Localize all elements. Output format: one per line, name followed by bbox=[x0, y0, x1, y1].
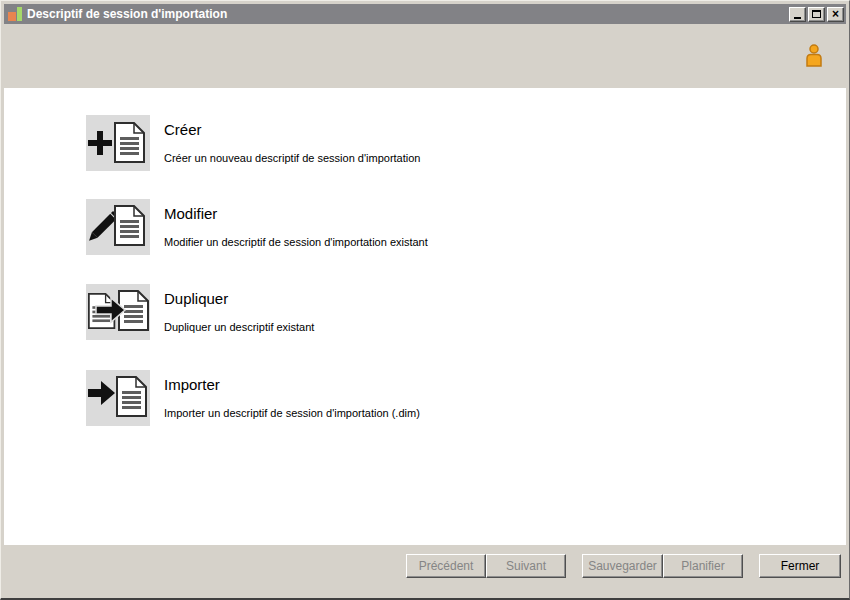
minimize-button[interactable] bbox=[789, 7, 806, 22]
footer-button-bar: Précédent Suivant Sauvegarder Planifier … bbox=[4, 545, 846, 595]
action-creer[interactable]: Créer Créer un nouveau descriptif de ses… bbox=[86, 115, 420, 171]
planifier-button[interactable]: Planifier bbox=[663, 554, 743, 578]
close-button[interactable]: × bbox=[827, 7, 844, 22]
action-description: Importer un descriptif de session d'impo… bbox=[164, 407, 420, 419]
maximize-button[interactable] bbox=[808, 7, 825, 22]
pencil-document-icon[interactable] bbox=[86, 199, 150, 255]
minimize-icon bbox=[794, 17, 801, 19]
action-title: Créer bbox=[164, 120, 420, 139]
import-arrow-document-icon[interactable] bbox=[86, 370, 150, 426]
close-icon: × bbox=[832, 9, 839, 19]
duplicate-document-icon[interactable] bbox=[86, 284, 150, 340]
maximize-icon bbox=[812, 10, 821, 18]
header-band bbox=[4, 24, 846, 88]
action-dupliquer[interactable]: Dupliquer Dupliquer un descriptif exista… bbox=[86, 284, 314, 340]
action-title: Dupliquer bbox=[164, 289, 314, 308]
sauvegarder-button[interactable]: Sauvegarder bbox=[582, 554, 663, 578]
action-description: Modifier un descriptif de session d'impo… bbox=[164, 236, 428, 248]
precedent-button[interactable]: Précédent bbox=[406, 554, 486, 578]
plus-document-icon[interactable] bbox=[86, 115, 150, 171]
action-title: Modifier bbox=[164, 204, 428, 223]
action-description: Créer un nouveau descriptif de session d… bbox=[164, 152, 420, 164]
action-list: Créer Créer un nouveau descriptif de ses… bbox=[4, 88, 846, 545]
dialog-window: Descriptif de session d'importation × bbox=[0, 0, 850, 600]
window-title: Descriptif de session d'importation bbox=[27, 7, 785, 21]
titlebar[interactable]: Descriptif de session d'importation × bbox=[4, 4, 846, 24]
action-title: Importer bbox=[164, 375, 420, 394]
bar-chart-window-icon bbox=[7, 6, 23, 22]
action-modifier[interactable]: Modifier Modifier un descriptif de sessi… bbox=[86, 199, 428, 255]
action-importer[interactable]: Importer Importer un descriptif de sessi… bbox=[86, 370, 420, 426]
person-icon bbox=[804, 44, 824, 67]
action-description: Dupliquer un descriptif existant bbox=[164, 321, 314, 333]
suivant-button[interactable]: Suivant bbox=[486, 554, 566, 578]
fermer-button[interactable]: Fermer bbox=[759, 554, 841, 578]
